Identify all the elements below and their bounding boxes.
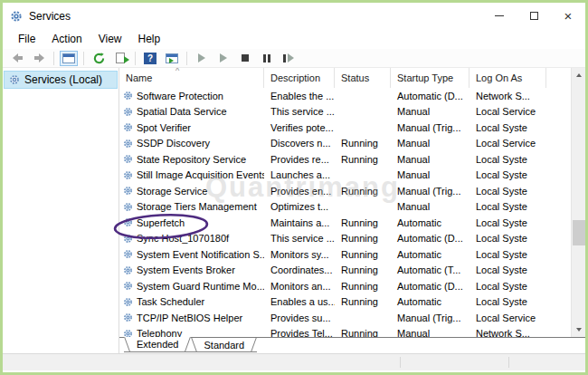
service-row[interactable]: Spatial Data Service This service ... Ma… bbox=[119, 104, 585, 120]
sidebar-item-label: Services (Local) bbox=[24, 73, 102, 86]
export-list-icon[interactable] bbox=[111, 51, 129, 66]
service-log-on-as: Local Syste bbox=[469, 122, 546, 133]
service-gear-icon bbox=[123, 312, 133, 322]
pause-service-icon[interactable] bbox=[258, 51, 276, 66]
service-row[interactable]: Superfetch Maintains a... Running Automa… bbox=[119, 215, 585, 231]
service-startup-type: Automatic (D... bbox=[391, 281, 469, 292]
menu-bar: File Action View Help bbox=[3, 29, 585, 49]
service-startup-type: Automatic bbox=[391, 249, 469, 260]
maximize-button[interactable] bbox=[517, 3, 551, 29]
service-gear-icon bbox=[123, 281, 133, 291]
start-service-icon[interactable] bbox=[193, 51, 211, 66]
service-status: Running bbox=[335, 328, 391, 338]
service-name: Software Protection bbox=[137, 91, 223, 101]
scroll-up-arrow[interactable] bbox=[572, 68, 585, 82]
sidebar-item-services-local[interactable]: Services (Local) bbox=[4, 71, 118, 89]
vertical-scrollbar[interactable] bbox=[571, 68, 585, 337]
service-row[interactable]: Storage Tiers Management Optimizes t... … bbox=[119, 199, 585, 216]
menu-file[interactable]: File bbox=[10, 31, 43, 47]
toolbar-separator bbox=[186, 52, 187, 65]
scroll-down-arrow[interactable] bbox=[572, 322, 585, 337]
column-header-startup-type[interactable]: Startup Type bbox=[391, 68, 469, 88]
tab-strip: Extended Standard bbox=[119, 338, 585, 353]
service-startup-type: Manual bbox=[391, 201, 469, 212]
close-button[interactable]: × bbox=[551, 3, 585, 29]
service-startup-type: Automatic bbox=[391, 217, 469, 228]
stop-service-icon[interactable] bbox=[236, 51, 254, 66]
toolbar: ? bbox=[3, 49, 585, 68]
title-bar: Services × bbox=[3, 3, 585, 29]
back-icon[interactable] bbox=[8, 51, 26, 66]
service-name: Sync Host_1070180f bbox=[137, 233, 229, 244]
scrollbar-thumb[interactable] bbox=[573, 220, 585, 245]
service-row[interactable]: Telephony Provides Tel... Running Manual… bbox=[119, 326, 585, 339]
service-log-on-as: Local Syste bbox=[469, 154, 546, 165]
service-description: Monitors an... bbox=[264, 281, 335, 292]
column-header-log-on-as[interactable]: Log On As bbox=[469, 68, 546, 88]
service-gear-icon bbox=[123, 186, 133, 196]
service-startup-type: Automatic (D... bbox=[391, 91, 469, 101]
column-header-name[interactable]: Name ^ bbox=[119, 68, 264, 88]
minimize-button[interactable] bbox=[482, 3, 517, 29]
service-row[interactable]: System Guard Runtime Mo... Monitors an..… bbox=[119, 278, 585, 294]
service-log-on-as: Local Service bbox=[469, 138, 546, 149]
start-service-alt-icon[interactable] bbox=[214, 51, 232, 66]
show-action-pane-icon[interactable] bbox=[163, 51, 181, 66]
service-log-on-as: Local Syste bbox=[469, 296, 546, 307]
statusbar-separator bbox=[400, 357, 401, 368]
show-console-tree-icon[interactable] bbox=[60, 51, 78, 66]
service-description: This service ... bbox=[264, 233, 335, 244]
service-row[interactable]: TCP/IP NetBIOS Helper Provides su... Man… bbox=[119, 310, 585, 326]
service-row[interactable]: System Events Broker Coordinates... Runn… bbox=[119, 263, 585, 279]
menu-action[interactable]: Action bbox=[43, 31, 90, 47]
service-gear-icon bbox=[123, 107, 133, 117]
service-row[interactable]: SSDP Discovery Discovers n... Running Ma… bbox=[119, 136, 585, 152]
service-description: Provides Tel... bbox=[264, 328, 335, 338]
refresh-icon[interactable] bbox=[90, 51, 108, 66]
service-startup-type: Manual bbox=[391, 106, 469, 117]
column-header-status[interactable]: Status bbox=[335, 68, 391, 88]
service-gear-icon bbox=[123, 265, 133, 275]
service-log-on-as: Local Syste bbox=[469, 186, 546, 197]
statusbar-separator bbox=[508, 357, 509, 368]
menu-help[interactable]: Help bbox=[130, 31, 169, 47]
service-status: Running bbox=[335, 186, 391, 197]
service-startup-type: Automatic (T... bbox=[391, 264, 469, 275]
service-description: This service ... bbox=[264, 106, 335, 117]
service-name: TCP/IP NetBIOS Helper bbox=[137, 312, 242, 323]
service-row[interactable]: Still Image Acquisition Events Launches … bbox=[119, 168, 585, 184]
services-node-icon bbox=[9, 74, 20, 85]
service-row[interactable]: State Repository Service Provides re... … bbox=[119, 151, 585, 168]
restart-service-icon[interactable] bbox=[280, 51, 298, 66]
service-log-on-as: Local Syste bbox=[469, 201, 546, 212]
forward-icon[interactable] bbox=[30, 51, 48, 66]
service-row[interactable]: Spot Verifier Verifies pote... Manual (T… bbox=[119, 120, 585, 136]
services-app-icon bbox=[10, 10, 23, 23]
service-startup-type: Manual (Trig... bbox=[391, 122, 469, 133]
service-description: Discovers n... bbox=[264, 138, 335, 149]
service-name: Still Image Acquisition Events bbox=[137, 169, 264, 180]
service-status: Running bbox=[335, 154, 391, 165]
service-row[interactable]: Sync Host_1070180f This service ... Runn… bbox=[119, 231, 585, 247]
service-description: Provides re... bbox=[264, 154, 335, 165]
service-gear-icon bbox=[123, 170, 133, 180]
service-rows: Software Protection Enables the ... Auto… bbox=[119, 88, 585, 338]
maximize-icon bbox=[530, 12, 538, 20]
service-description: Provides en... bbox=[264, 186, 335, 197]
service-name: System Guard Runtime Mo... bbox=[137, 281, 264, 292]
service-row[interactable]: System Event Notification S... Monitors … bbox=[119, 246, 585, 263]
service-name: Spatial Data Service bbox=[137, 106, 227, 117]
service-row[interactable]: Task Scheduler Enables a us... Running A… bbox=[119, 294, 585, 311]
service-description: Provides su... bbox=[264, 312, 335, 323]
service-description: Launches a... bbox=[264, 169, 335, 180]
menu-view[interactable]: View bbox=[90, 31, 130, 47]
close-icon: × bbox=[564, 9, 573, 23]
tab-standard[interactable]: Standard bbox=[191, 338, 257, 352]
service-gear-icon bbox=[123, 202, 133, 212]
service-row[interactable]: Storage Service Provides en... Running M… bbox=[119, 183, 585, 199]
help-icon[interactable]: ? bbox=[141, 51, 159, 66]
column-header-description[interactable]: Description bbox=[264, 68, 335, 88]
service-row[interactable]: Software Protection Enables the ... Auto… bbox=[119, 88, 585, 104]
service-gear-icon bbox=[123, 217, 133, 227]
tab-extended[interactable]: Extended bbox=[124, 337, 191, 352]
